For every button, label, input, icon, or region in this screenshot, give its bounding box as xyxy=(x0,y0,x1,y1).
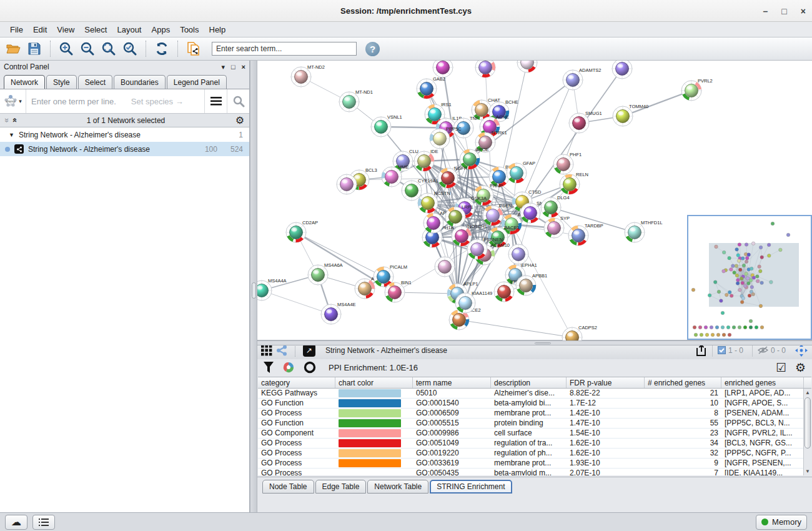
network-row[interactable]: String Network - Alzheimer's disease 100… xyxy=(0,142,249,156)
ring-chart-icon[interactable] xyxy=(304,361,316,374)
zoom-fit-button[interactable] xyxy=(99,40,118,57)
network-node[interactable]: MT-ND1 xyxy=(339,89,373,112)
network-node[interactable]: MT-ND2 xyxy=(290,64,325,87)
birds-eye-view[interactable] xyxy=(687,215,812,340)
table-row[interactable]: GO FunctionGO:0005515protein binding1.47… xyxy=(258,419,811,429)
network-node[interactable]: RELN xyxy=(559,172,588,195)
network-node[interactable]: PPP5C xyxy=(429,126,462,149)
menu-file[interactable]: File xyxy=(5,23,28,36)
close-button[interactable]: × xyxy=(801,7,806,16)
network-node[interactable]: PVRL2 xyxy=(681,78,713,101)
network-node[interactable]: ADAMTS2 xyxy=(562,67,601,91)
horizontal-splitter[interactable] xyxy=(257,340,812,345)
search-input[interactable] xyxy=(212,42,357,56)
network-node[interactable]: TARDBP xyxy=(568,223,603,246)
help-icon[interactable]: ? xyxy=(365,42,380,56)
minimize-button[interactable]: – xyxy=(763,7,768,16)
tab-legend-panel[interactable]: Legend Panel xyxy=(167,75,227,89)
menu-tools[interactable]: Tools xyxy=(175,23,204,36)
scroll-up-icon[interactable]: ▲ xyxy=(804,389,811,397)
menu-apps[interactable]: Apps xyxy=(147,23,176,36)
maximize-button[interactable]: □ xyxy=(781,7,786,16)
table-row[interactable]: GO FunctionGO:0001540beta-amyloid bi...1… xyxy=(258,399,811,409)
share-view-icon[interactable] xyxy=(276,345,287,356)
network-node[interactable]: MS4A6A xyxy=(307,262,343,285)
string-term-input[interactable]: Enter one term per line. Set species → xyxy=(26,97,204,106)
network-node[interactable] xyxy=(432,61,453,78)
tab-node-table[interactable]: Node Table xyxy=(262,480,314,494)
column-header-category[interactable]: category xyxy=(258,377,335,388)
network-collection-row[interactable]: ▼ String Network - Alzheimer's disease 1 xyxy=(0,127,249,142)
tab-network-table[interactable]: Network Table xyxy=(367,480,428,494)
tab-select[interactable]: Select xyxy=(78,75,112,89)
menu-help[interactable]: Help xyxy=(204,23,231,36)
network-node[interactable]: GAB2 xyxy=(416,76,445,99)
column-header-fdr-p-value[interactable]: FDR p-value xyxy=(567,377,645,388)
menu-edit[interactable]: Edit xyxy=(28,23,52,36)
menu-select[interactable]: Select xyxy=(79,23,112,36)
panel-float-icon[interactable]: □ xyxy=(231,64,235,71)
column-header-enriched-genes[interactable]: enriched genes xyxy=(721,377,804,388)
detach-view-button[interactable]: ↗ xyxy=(303,344,315,357)
collapse-all-icon[interactable]: » xyxy=(9,118,19,122)
grid-view-icon[interactable] xyxy=(261,345,272,356)
menu-layout[interactable]: Layout xyxy=(112,23,146,36)
filter-icon[interactable] xyxy=(264,362,274,373)
network-node[interactable] xyxy=(517,61,538,73)
copy-network-button[interactable] xyxy=(184,40,203,57)
network-node[interactable]: TOMM40 xyxy=(612,104,648,127)
save-session-button[interactable] xyxy=(25,40,44,57)
table-row[interactable]: GO ProcessGO:0006509membrane prot...1.42… xyxy=(258,409,811,419)
query-options-button[interactable] xyxy=(204,89,227,113)
network-node[interactable] xyxy=(508,244,529,265)
table-row[interactable]: GO ProcessGO:0019220regulation of ph...1… xyxy=(258,449,811,459)
vertical-splitter[interactable] xyxy=(250,61,257,512)
table-row[interactable]: GO ComponentGO:0009986cell surface1.54E-… xyxy=(258,429,811,439)
select-rows-checkbox-icon[interactable]: ☑ xyxy=(776,362,786,374)
column-header-chart-color[interactable]: chart color xyxy=(335,377,413,388)
task-history-button[interactable] xyxy=(32,515,55,530)
scroll-down-icon[interactable]: ▼ xyxy=(804,467,811,475)
panel-close-icon[interactable]: × xyxy=(242,64,245,71)
menu-view[interactable]: View xyxy=(52,23,79,36)
string-protein-query-selector[interactable]: STRING ▾ xyxy=(0,89,26,113)
zoom-out-button[interactable] xyxy=(78,40,97,57)
open-file-button[interactable] xyxy=(4,40,22,57)
splitter-handle[interactable] xyxy=(535,342,551,344)
network-node[interactable]: DLG4 xyxy=(540,195,570,218)
cloud-tasks-button[interactable]: ☁ xyxy=(5,515,27,530)
network-node[interactable] xyxy=(475,61,496,78)
column-header-description[interactable]: description xyxy=(491,377,567,388)
refresh-button[interactable] xyxy=(152,40,171,57)
enrichment-chart-icon[interactable] xyxy=(282,361,295,374)
network-node[interactable] xyxy=(611,61,633,79)
network-node[interactable] xyxy=(336,174,357,195)
table-row[interactable]: GO ProcessGO:0033619membrane prot...1.93… xyxy=(258,459,811,469)
column-header--enriched-genes[interactable]: # enriched genes xyxy=(645,377,721,388)
network-node[interactable] xyxy=(434,256,455,277)
splitter-handle[interactable] xyxy=(252,282,256,299)
network-node[interactable]: VSNL1 xyxy=(370,114,402,137)
scrollbar-thumb[interactable] xyxy=(805,397,811,449)
tab-edge-table[interactable]: Edge Table xyxy=(315,480,367,494)
tab-string-enrichment[interactable]: STRING Enrichment xyxy=(430,480,512,494)
panel-menu-caret-icon[interactable]: ▾ xyxy=(221,64,225,71)
string-search-button[interactable] xyxy=(227,89,249,113)
memory-button[interactable]: Memory xyxy=(756,515,807,530)
network-node[interactable]: CD2AP xyxy=(285,220,318,243)
zoom-selected-button[interactable] xyxy=(121,40,139,57)
table-settings-gear-icon[interactable]: ⚙ xyxy=(795,362,806,374)
network-options-gear-icon[interactable]: ⚙ xyxy=(235,114,244,126)
network-node[interactable]: MTHFD1L xyxy=(624,220,663,243)
tree-expander-icon[interactable]: ▼ xyxy=(9,132,14,138)
zoom-in-button[interactable] xyxy=(57,40,76,57)
network-node[interactable]: SYP xyxy=(543,216,570,239)
tab-network[interactable]: Network xyxy=(4,75,45,89)
column-header-term-name[interactable]: term name xyxy=(413,377,491,388)
tab-style[interactable]: Style xyxy=(46,75,77,89)
table-row[interactable]: KEGG Pathways05010Alzheimer's dise...8.8… xyxy=(258,389,811,399)
network-node[interactable]: MS4A4E xyxy=(320,302,356,325)
table-row[interactable]: GO ProcessGO:0050435beta-amyloid m...2.0… xyxy=(258,469,811,475)
table-row[interactable]: GO ProcessGO:0051049regulation of tra...… xyxy=(258,439,811,449)
tab-boundaries[interactable]: Boundaries xyxy=(114,75,166,89)
